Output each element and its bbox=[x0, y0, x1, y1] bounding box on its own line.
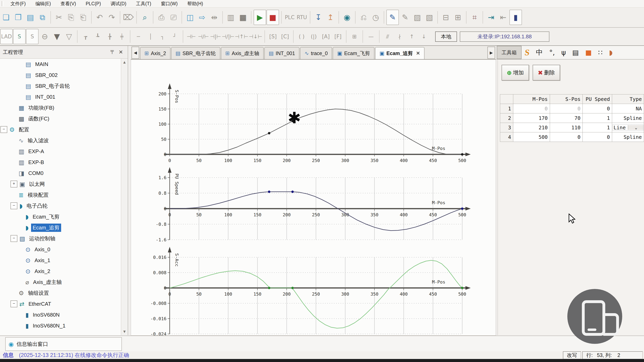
fall-icon[interactable]: ↓ bbox=[418, 29, 430, 44]
instruction-box-icon[interactable]: ⊞ bbox=[349, 29, 360, 44]
compare-line-icon[interactable]: — bbox=[365, 29, 377, 44]
search-icon[interactable]: ⌕ bbox=[139, 10, 151, 24]
tab-SBR_[interactable]: ▤SBR_电子齿轮 bbox=[171, 47, 220, 59]
local-mode-button[interactable]: 本地 bbox=[435, 32, 457, 42]
table-cell[interactable]: 70 bbox=[550, 114, 583, 123]
row-index[interactable]: 1 bbox=[500, 104, 513, 114]
tree-item-INT_001[interactable]: ▤INT_001 bbox=[0, 92, 121, 102]
clock-icon[interactable]: ◷ bbox=[370, 10, 382, 24]
tree-item-[interactable]: −⚙配置 bbox=[0, 124, 121, 135]
open-project-icon[interactable]: ❐ bbox=[12, 10, 24, 24]
stop-icon[interactable]: ■ bbox=[266, 10, 279, 25]
negate-icon[interactable]: ∤ bbox=[394, 29, 406, 44]
tab-scroll-left[interactable]: ◀ bbox=[132, 46, 139, 59]
skin-icon[interactable]: ■ bbox=[585, 48, 592, 56]
tree-item-COM0[interactable]: ◨COM0 bbox=[0, 168, 121, 178]
tree-item-[interactable]: −◗电子凸轮 bbox=[0, 200, 121, 211]
menu-d[interactable]: 调试(D) bbox=[106, 0, 131, 7]
screen-icon[interactable]: ▮ bbox=[510, 10, 522, 25]
tree-scrollbar[interactable]: ▲ ▼ bbox=[121, 59, 128, 335]
upload-icon[interactable]: ↥ bbox=[324, 10, 336, 24]
tree-item-Axis_2[interactable]: ⊙Axis_2 bbox=[0, 266, 121, 277]
ecam-chart-editor[interactable]: 0501001502002503003504004505002001501005… bbox=[131, 60, 496, 336]
tree-item-FB[interactable]: ▦功能块(FB) bbox=[0, 102, 121, 113]
coil-f-icon[interactable]: [F] bbox=[332, 29, 344, 44]
split-v-icon[interactable]: ⊞ bbox=[452, 10, 464, 24]
table-cell[interactable]: 0 bbox=[583, 104, 612, 114]
coil-a-icon[interactable]: [A] bbox=[320, 29, 332, 44]
contact-p-icon[interactable]: ⊣|⊢ bbox=[210, 29, 221, 44]
type-cell[interactable]: NA bbox=[612, 104, 644, 114]
tree-item-SBR_002[interactable]: ▤SBR_002 bbox=[0, 70, 121, 80]
coil-reset-icon[interactable]: [C] bbox=[279, 29, 291, 44]
sfc-box-icon[interactable]: S bbox=[13, 29, 26, 44]
table-cell[interactable]: 1 bbox=[583, 123, 612, 132]
insert-row-icon[interactable]: ▼ bbox=[51, 29, 63, 44]
coil-not-icon[interactable]: (|) bbox=[308, 29, 320, 44]
type-dropdown[interactable]: Line⌄ bbox=[612, 124, 644, 131]
cam-point-table[interactable]: M-PosS-PosPU SpeedType 1000NA2170701Spli… bbox=[500, 94, 644, 142]
sync-icon[interactable]: ⎌ bbox=[358, 10, 370, 24]
st-box-icon[interactable]: S bbox=[26, 29, 38, 44]
scroll-up-icon[interactable]: ▲ bbox=[121, 60, 128, 64]
doc-write-icon[interactable]: ▦ bbox=[237, 10, 249, 24]
run-icon[interactable]: ▶ bbox=[254, 10, 266, 25]
table-cell[interactable]: 110 bbox=[550, 123, 583, 132]
undo-icon[interactable]: ↶ bbox=[94, 10, 106, 24]
branch-close-icon[interactable]: ┺ bbox=[92, 29, 104, 44]
table-cell[interactable]: 0 bbox=[583, 132, 612, 142]
copy-window-icon[interactable]: ◫ bbox=[184, 10, 196, 24]
doc-check-icon[interactable]: ▥ bbox=[225, 10, 237, 24]
branch-open-icon[interactable]: ┲ bbox=[80, 29, 92, 44]
copy-icon[interactable]: ⎘ bbox=[65, 10, 77, 24]
tree-item-[interactable]: ≣模块配置 bbox=[0, 190, 121, 200]
table-cell[interactable]: 0 bbox=[550, 132, 583, 142]
new-project-icon[interactable]: ❏ bbox=[0, 10, 12, 24]
coil-out-icon[interactable]: ( ) bbox=[296, 29, 308, 44]
tree-item-MAIN[interactable]: ▤MAIN bbox=[0, 59, 121, 70]
collapse-icon[interactable]: − bbox=[10, 202, 17, 209]
soft-keyboard-icon[interactable]: ▤ bbox=[572, 48, 579, 56]
cut-icon[interactable]: ✂ bbox=[53, 10, 65, 24]
print-preview-icon[interactable]: ⎚ bbox=[168, 10, 179, 24]
menu-plcp[interactable]: PLC(P) bbox=[81, 0, 106, 7]
tab-Axis_[interactable]: ⊞Axis_虚主轴 bbox=[221, 47, 264, 59]
tree-item-EXP-A[interactable]: ▥EXP-A bbox=[0, 146, 121, 157]
tree-item-SBR_[interactable]: ▤SBR_电子齿轮 bbox=[0, 80, 121, 92]
monitor-icon[interactable]: ◉ bbox=[341, 10, 353, 24]
contact-nc-icon[interactable]: ⊣∕⊢ bbox=[198, 29, 209, 44]
tab-output-window[interactable]: ◉ 信息输出窗口 bbox=[5, 337, 122, 351]
tab-trace_0[interactable]: ∿trace_0 bbox=[300, 47, 332, 59]
collapse-icon[interactable]: − bbox=[10, 235, 17, 242]
table-cell[interactable]: 0 bbox=[550, 104, 583, 114]
tab-Axis_2[interactable]: ⊞Axis_2 bbox=[140, 47, 170, 59]
tree-item-EtherCAT[interactable]: −⇄EtherCAT bbox=[0, 298, 121, 309]
ime-more-icon[interactable]: ◗ bbox=[609, 48, 613, 56]
append-row-icon[interactable]: ▽ bbox=[63, 29, 75, 44]
type-cell[interactable]: Spline bbox=[612, 114, 644, 123]
table-row[interactable]: 32101101Line⌄ bbox=[500, 123, 644, 132]
lad-box-icon[interactable]: LAD bbox=[0, 29, 13, 44]
tree-item-[interactable]: −▧运动控制轴 bbox=[0, 233, 121, 244]
table-row[interactable]: 450000Spline bbox=[500, 132, 644, 142]
contact-rise-icon[interactable]: ⊣↑⊢ bbox=[235, 29, 248, 44]
table-cell[interactable]: 1 bbox=[583, 114, 612, 123]
logout-icon[interactable]: ⇤ bbox=[497, 10, 509, 24]
tab-Ecam_[interactable]: ▣Ecam_飞剪 bbox=[333, 47, 374, 59]
expand-icon[interactable]: + bbox=[10, 180, 17, 188]
plc-mode-icon[interactable]: PLC bbox=[284, 10, 296, 24]
tree-item-Axis_0[interactable]: ⊙Axis_0 bbox=[0, 244, 121, 255]
menu-h[interactable]: 帮助(H) bbox=[182, 0, 208, 7]
delete-point-button[interactable]: ✖ 删除 bbox=[533, 65, 560, 80]
row-index[interactable]: 3 bbox=[500, 123, 513, 132]
split-h-icon[interactable]: ⊟ bbox=[440, 10, 452, 24]
corner-up-icon[interactable]: ┘ bbox=[169, 29, 180, 44]
tree-item-[interactable]: ⚙轴组设置 bbox=[0, 288, 121, 298]
tree-item-Axis_[interactable]: ⌀Axis_虚主轴 bbox=[0, 277, 121, 288]
compare-icon[interactable]: ⇹ bbox=[208, 10, 220, 24]
tree-item-EXP-B[interactable]: ▥EXP-B bbox=[0, 157, 121, 168]
save-icon[interactable]: ▤ bbox=[24, 10, 36, 24]
delete-icon[interactable]: ⌦ bbox=[122, 10, 134, 24]
type-cell[interactable]: Spline bbox=[612, 132, 644, 142]
v-line-icon[interactable]: │ bbox=[145, 29, 156, 44]
